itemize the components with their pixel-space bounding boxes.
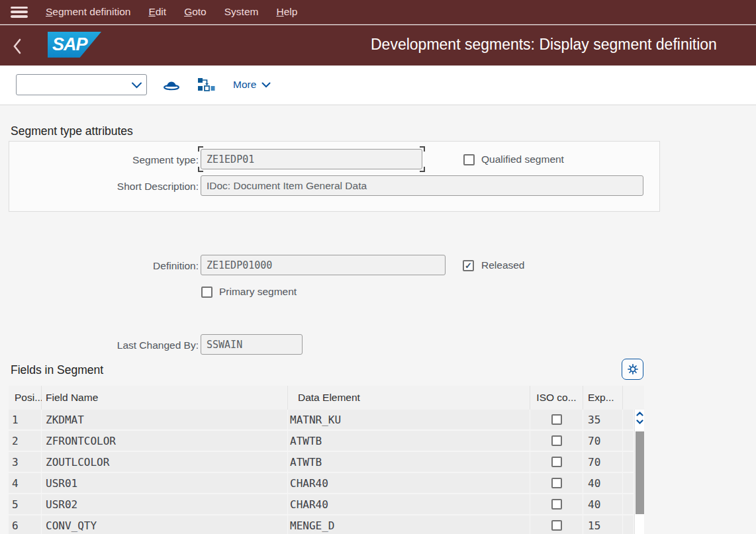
more-button[interactable]: More	[233, 79, 271, 91]
iso-code-checkbox[interactable]	[551, 520, 562, 531]
table-body: 1 ZKDMAT MATNR_KU 35 2 ZFRONTCOLOR ATWTB…	[9, 410, 634, 534]
cell-spacer	[623, 494, 634, 514]
qualified-segment-label: Qualified segment	[481, 154, 564, 165]
segment-structure-button[interactable]	[197, 77, 215, 95]
last-changed-by-label: Last Changed By:	[66, 339, 199, 351]
cell-field-name: USR02	[42, 494, 288, 514]
gear-icon	[626, 363, 639, 376]
iso-code-checkbox[interactable]	[551, 457, 562, 467]
cell-export-length: 70	[583, 431, 623, 451]
cell-field-name: ZKDMAT	[42, 410, 288, 429]
primary-segment-label: Primary segment	[219, 286, 297, 298]
iso-code-checkbox[interactable]	[551, 414, 562, 425]
chevron-left-icon	[12, 38, 23, 55]
sap-logo: SAP	[48, 32, 101, 58]
cell-data-element: MENGE_D	[288, 515, 530, 534]
menu-system[interactable]: System	[224, 6, 259, 18]
primary-segment-checkbox[interactable]	[201, 287, 213, 298]
cell-export-length: 70	[583, 452, 623, 472]
menu-segment-definition[interactable]: Segment definition	[46, 6, 130, 18]
cell-position: 6	[9, 515, 42, 534]
iso-code-checkbox[interactable]	[551, 499, 562, 510]
cell-data-element: CHAR40	[288, 494, 530, 514]
command-field[interactable]	[16, 74, 147, 95]
cell-position: 3	[9, 452, 42, 472]
cell-spacer	[623, 515, 634, 534]
display-change-toggle-button[interactable]	[163, 78, 180, 95]
bowler-hat-icon	[163, 78, 180, 92]
page-title: Development segments: Display segment de…	[371, 36, 717, 54]
table-row[interactable]: 6 CONV_QTY MENGE_D 15	[9, 515, 634, 534]
vertical-scrollbar[interactable]	[634, 410, 644, 534]
table-settings-button[interactable]	[622, 359, 643, 380]
segment-type-input[interactable]	[201, 149, 422, 169]
cell-iso-code	[530, 431, 583, 451]
column-header-data-element[interactable]: Data Element	[288, 386, 530, 410]
cell-export-length: 15	[583, 515, 623, 534]
cell-iso-code	[530, 410, 583, 429]
short-description-label: Short Description:	[66, 181, 199, 193]
cell-field-name: CONV_QTY	[42, 515, 288, 534]
toolbar: More	[0, 66, 756, 105]
chevron-down-icon	[261, 82, 271, 88]
scrollbar-thumb[interactable]	[636, 431, 644, 514]
column-header-export-length[interactable]: Exp...	[583, 386, 623, 410]
column-header-spacer	[623, 386, 644, 410]
segment-type-label: Segment type:	[66, 154, 199, 166]
cell-spacer	[623, 431, 634, 451]
menu-help[interactable]: Help	[276, 6, 297, 18]
qualified-segment-checkbox[interactable]	[463, 154, 475, 165]
table-row[interactable]: 4 USR01 CHAR40 40	[9, 473, 634, 493]
short-description-input[interactable]	[201, 175, 643, 196]
cell-field-name: USR01	[42, 473, 288, 493]
table-row[interactable]: 2 ZFRONTCOLOR ATWTB 70	[9, 431, 634, 451]
cell-position: 2	[9, 431, 42, 451]
hamburger-icon[interactable]	[11, 7, 28, 18]
cell-position: 1	[9, 410, 42, 429]
menu-goto[interactable]: Goto	[184, 6, 207, 18]
cell-field-name: ZOUTLCOLOR	[42, 452, 288, 472]
scroll-up-icon[interactable]	[636, 412, 643, 416]
column-header-position[interactable]: Posi...	[9, 386, 42, 410]
released-label: Released	[481, 259, 525, 271]
cell-iso-code	[530, 494, 583, 514]
column-header-iso-code[interactable]: ISO co...	[530, 386, 583, 410]
cell-export-length: 40	[583, 473, 623, 493]
cell-iso-code	[530, 515, 583, 534]
iso-code-checkbox[interactable]	[551, 478, 562, 488]
section-heading-fields-in-segment: Fields in Segment	[11, 363, 103, 377]
cell-export-length: 40	[583, 494, 623, 514]
table-row[interactable]: 1 ZKDMAT MATNR_KU 35	[9, 410, 634, 429]
cell-data-element: MATNR_KU	[288, 410, 530, 429]
cell-field-name: ZFRONTCOLOR	[42, 431, 288, 451]
menu-bar: Segment definition Edit Goto System Help	[0, 0, 756, 24]
section-heading-segment-attributes: Segment type attributes	[11, 124, 133, 138]
scroll-down-icon[interactable]	[636, 420, 643, 424]
cell-data-element: CHAR40	[288, 473, 530, 493]
cell-export-length: 35	[583, 410, 623, 429]
table-header: Posi... Field Name Data Element ISO co..…	[9, 386, 644, 410]
cell-position: 5	[9, 494, 42, 514]
definition-label: Definition:	[66, 260, 199, 272]
released-checkbox[interactable]	[463, 260, 474, 271]
menu-edit[interactable]: Edit	[148, 6, 166, 18]
iso-code-checkbox[interactable]	[551, 435, 562, 446]
app-header: SAP Development segments: Display segmen…	[0, 25, 756, 66]
cell-data-element: ATWTB	[288, 452, 530, 472]
cell-position: 4	[9, 473, 42, 493]
cell-data-element: ATWTB	[288, 431, 530, 451]
table-row[interactable]: 5 USR02 CHAR40 40	[9, 494, 634, 514]
cell-iso-code	[530, 452, 583, 472]
back-button[interactable]	[12, 38, 25, 55]
cell-spacer	[623, 452, 634, 472]
table-row[interactable]: 3 ZOUTLCOLOR ATWTB 70	[9, 452, 634, 472]
more-label: More	[233, 79, 256, 91]
cell-spacer	[623, 410, 634, 429]
segment-hierarchy-icon	[197, 77, 215, 92]
definition-input[interactable]	[201, 255, 446, 275]
cell-iso-code	[530, 473, 583, 493]
last-changed-by-input[interactable]	[201, 334, 303, 355]
cell-spacer	[623, 473, 634, 493]
column-header-field-name[interactable]: Field Name	[42, 386, 288, 410]
